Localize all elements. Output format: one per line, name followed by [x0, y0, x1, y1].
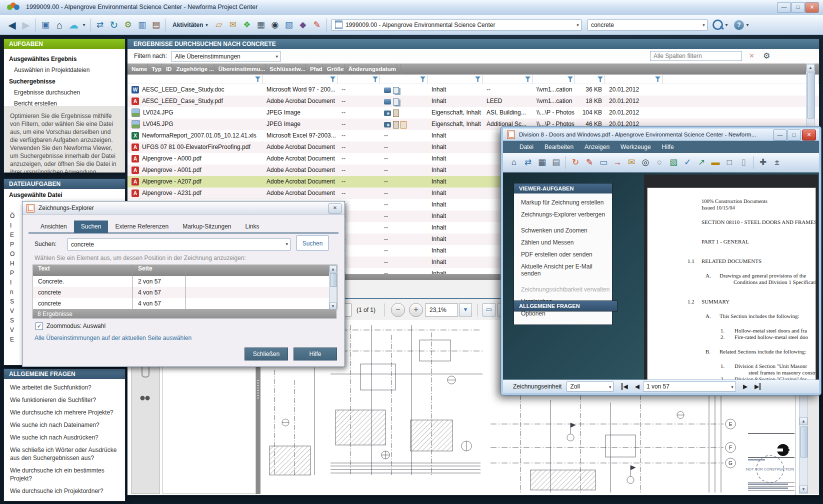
faq-link[interactable]: Wie durchsuche ich mehrere Projekte?	[4, 406, 125, 419]
panel-view-icon[interactable]: ▥	[136, 18, 148, 32]
refresh-icon[interactable]: ↻	[108, 18, 120, 32]
text-column-header[interactable]: Text	[33, 265, 133, 276]
search-input[interactable]: concrete ▾	[588, 20, 708, 30]
table-row[interactable]: AESC_LEED_Case_Study.doc Microsoft Word …	[128, 84, 819, 96]
text-select-icon[interactable]: ▭	[597, 156, 610, 170]
help-caret[interactable]: ▾	[744, 18, 750, 32]
menu-item[interactable]: Anzeigen	[579, 141, 615, 153]
column-header[interactable]: Pfad	[306, 64, 323, 74]
dialog-close-icon[interactable]: ✕	[328, 204, 342, 214]
print-record-icon[interactable]: ▦	[254, 18, 268, 32]
cloud-caret-icon[interactable]: ▾	[81, 18, 87, 32]
home-icon[interactable]: ⌂	[53, 18, 66, 32]
filter-funnel-icon[interactable]	[598, 76, 603, 82]
crop-icon[interactable]: □	[723, 156, 736, 170]
switch-view-icon[interactable]: ⇄	[94, 18, 106, 32]
help-icon[interactable]: ?	[734, 20, 744, 30]
search-icon[interactable]	[712, 20, 723, 30]
table-row[interactable]: AESC_LEED_Case_Study.pdf Adobe Acrobat D…	[128, 96, 819, 107]
filter-funnel-icon[interactable]	[372, 76, 378, 82]
faq-link[interactable]: Wie suche ich nach Ausdrücken?	[4, 432, 125, 444]
table-row[interactable]: LV024.JPG JPEG Image -- Eigenschaft, Inh…	[128, 107, 819, 118]
dialog-tab[interactable]: Ansichten	[34, 220, 74, 232]
zoom-out-button[interactable]: −	[391, 303, 405, 317]
viewer-close-button[interactable]: ✕	[802, 130, 816, 140]
dialog-tab[interactable]: Externe Referenzen	[108, 220, 176, 232]
dialog-search-input[interactable]: concrete ▾	[68, 238, 290, 250]
pdf-send-icon[interactable]: →	[611, 156, 624, 170]
unit-select[interactable]: Zoll ▾	[566, 382, 614, 392]
column-settings-gear-icon[interactable]: ⚙	[763, 51, 770, 60]
activities-menu-button[interactable]: Aktivitäten ▾	[168, 18, 212, 32]
minimize-button[interactable]: —	[777, 2, 791, 13]
viewer-task-link[interactable]: Zeichnungs-Explorer verbergen	[514, 208, 612, 220]
last-page-icon[interactable]: ▶	[754, 383, 760, 390]
menu-item[interactable]: Datei	[514, 141, 539, 153]
scroll-up-arrow[interactable]: ▲	[806, 64, 814, 72]
fit-width-icon[interactable]: ▭	[482, 304, 496, 316]
page-icon[interactable]: ▯	[737, 156, 750, 170]
print-icon[interactable]: ▤	[550, 156, 562, 170]
viewer-minimize-button[interactable]: —	[773, 130, 787, 140]
viewer-task-link[interactable]: PDF erstellen oder senden	[514, 248, 612, 260]
faq-link[interactable]: Wie durchsuche ich ein bestimmtes Projek…	[4, 464, 125, 485]
column-header[interactable]: ID	[162, 64, 172, 74]
filter-by-select[interactable]: Alle Übereinstimmungen ▾	[172, 51, 280, 62]
project-selector[interactable]: 1999009.00 - Alpengrove Environmental Sc…	[332, 20, 582, 30]
dialog-result-row[interactable]: concrete 4 von 57	[33, 287, 337, 298]
filter-funnel-icon[interactable]	[330, 76, 336, 82]
cloud-icon[interactable]: ☁	[67, 18, 80, 32]
markup-document-icon[interactable]: ✎	[310, 18, 324, 32]
toolbar-separator[interactable]	[36, 18, 36, 32]
column-header[interactable]	[396, 64, 401, 74]
scroll-down-arrow[interactable]: ▼	[800, 486, 808, 493]
clear-filter-icon[interactable]: ✕	[749, 52, 754, 60]
checklist-icon[interactable]: ✓	[681, 156, 694, 170]
rotate-icon[interactable]: ↻	[569, 156, 582, 170]
project-center-icon[interactable]: ▣	[39, 18, 52, 32]
viewer-task-link[interactable]: Schwenken und Zoomen	[514, 224, 612, 236]
column-header[interactable]: Schlüsselw...	[266, 64, 306, 74]
zoom-mode-checkbox[interactable]: ✓	[36, 322, 43, 330]
next-page-icon[interactable]: ▶	[743, 383, 748, 390]
save-icon[interactable]: ▦	[536, 156, 548, 170]
select-in-project-files-link[interactable]: Auswählen in Projektdateien	[9, 64, 125, 76]
first-page-icon[interactable]: ◀	[622, 383, 628, 390]
dialog-table-scrollbar[interactable]: ▲ ▼	[329, 265, 337, 309]
zoom-plusminus-icon[interactable]: ±	[770, 156, 784, 170]
viewer-task-link[interactable]: Zeichnungssichtbarkeit verwalten	[514, 284, 612, 296]
column-header[interactable]: Größe	[323, 64, 344, 74]
binoculars-icon[interactable]: ◎	[639, 156, 652, 170]
scroll-up-arrow[interactable]: ▲	[800, 418, 808, 425]
browse-results-link[interactable]: Ergebnisse durchsuchen	[9, 87, 125, 98]
dialog-tab[interactable]: Suchen	[74, 220, 108, 232]
search-options-caret[interactable]: ▾	[724, 18, 730, 32]
pdf-canvas[interactable]: 100% Construction Documents Issued 10/15…	[644, 174, 818, 382]
project-email-icon[interactable]: ✉	[226, 18, 240, 32]
faq-link[interactable]: Wie durchsuche ich Projekt-E-Mails?	[4, 498, 125, 501]
email-icon[interactable]: ✉	[625, 156, 638, 170]
viewer-task-link[interactable]: Zählen und Messen	[514, 236, 612, 248]
toolbar-separator[interactable]	[566, 156, 566, 169]
dialog-result-row[interactable]: concrete 4 von 57	[33, 298, 337, 309]
search-binoculars-icon[interactable]	[140, 394, 150, 401]
pdf-markup-icon[interactable]: ✎	[583, 156, 596, 170]
faq-link[interactable]: Wie arbeitet die Suchfunktion?	[4, 382, 125, 394]
dialog-tab[interactable]: Markup-Sitzungen	[176, 220, 238, 232]
viewer-task-link[interactable]: Aktuelle Ansicht per E-Mail senden	[514, 260, 612, 280]
zoom-caret-button[interactable]: ▾	[459, 304, 472, 316]
column-header[interactable]: Änderungsdatum	[344, 64, 396, 74]
dialog-result-row[interactable]: Concrete. 2 von 57	[33, 276, 337, 287]
maximize-button[interactable]: □	[791, 2, 805, 13]
filter-funnel-icon[interactable]	[655, 76, 660, 82]
toolbar-separator[interactable]	[166, 18, 166, 32]
page-select[interactable]: 1 von 57 ▾	[643, 382, 736, 392]
faq-link[interactable]: Wie schließe ich Wörter oder Ausdrücke a…	[4, 444, 125, 464]
forward-icon[interactable]: ▶	[20, 18, 32, 32]
measure-icon[interactable]: ▬	[709, 156, 722, 170]
back-icon[interactable]: ◀	[6, 18, 18, 32]
filter-funnel-icon[interactable]	[568, 76, 573, 82]
menu-item[interactable]: Werkzeuge	[615, 141, 656, 153]
page-column-header[interactable]: Seite	[133, 265, 186, 276]
zoom-in-button[interactable]: +	[409, 303, 423, 317]
